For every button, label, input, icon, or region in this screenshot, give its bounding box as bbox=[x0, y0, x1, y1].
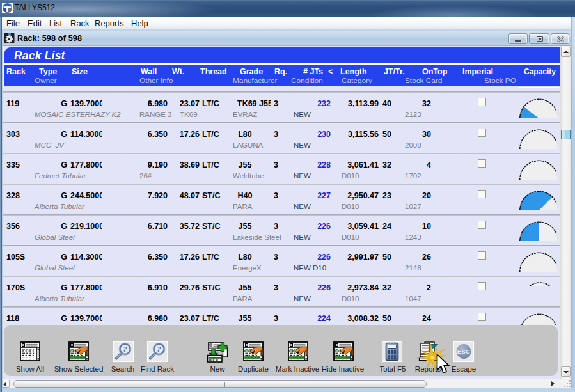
svg-text:?: ? bbox=[123, 345, 127, 354]
svg-text:?: ? bbox=[157, 345, 161, 354]
svg-text:ESC: ESC bbox=[457, 348, 470, 355]
